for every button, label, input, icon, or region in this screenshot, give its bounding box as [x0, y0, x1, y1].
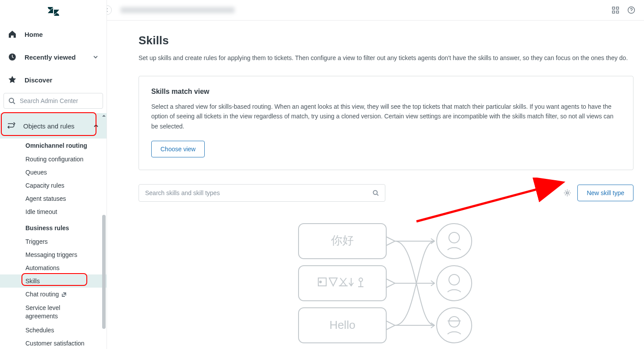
main-content: Skills Set up skills and create rules fo… — [107, 21, 644, 349]
chevron-down-icon — [93, 54, 99, 60]
new-skill-type-button[interactable]: New skill type — [577, 185, 633, 201]
nav-home-label: Home — [25, 31, 43, 38]
svg-point-16 — [449, 232, 459, 243]
nav-sla[interactable]: Service level agreements — [0, 301, 107, 324]
svg-rect-3 — [616, 11, 619, 13]
scrollbar-thumb[interactable] — [102, 215, 106, 329]
svg-text:Hello: Hello — [329, 318, 355, 331]
skills-search-input[interactable] — [145, 189, 373, 196]
svg-point-15 — [437, 224, 472, 259]
nav-idle-timeout[interactable]: Idle timeout — [0, 205, 107, 218]
svg-line-8 — [13, 102, 15, 104]
svg-point-25 — [359, 278, 363, 281]
svg-point-7 — [9, 98, 14, 103]
chevron-up-icon — [93, 123, 99, 129]
page-subtitle: Set up skills and create rules for apply… — [139, 53, 633, 63]
external-link-icon — [61, 292, 67, 297]
nav-discover[interactable]: Discover — [0, 68, 107, 91]
svg-point-24 — [320, 281, 321, 283]
svg-point-20 — [449, 317, 459, 327]
svg-rect-2 — [612, 11, 615, 13]
svg-point-11 — [566, 192, 569, 194]
card-body: Select a shared view for skills-based ro… — [151, 102, 621, 131]
home-icon — [8, 30, 17, 39]
nav-recent[interactable]: Recently viewed — [0, 46, 107, 68]
nav-schedules[interactable]: Schedules — [0, 324, 107, 337]
nav-queues[interactable]: Queues — [0, 166, 107, 179]
apps-icon[interactable] — [612, 6, 619, 14]
nav-automations[interactable]: Automations — [0, 261, 107, 274]
nav-messaging-triggers[interactable]: Messaging triggers — [0, 248, 107, 261]
nav-home[interactable]: Home — [0, 23, 107, 46]
nav-routing-config[interactable]: Routing configuration — [0, 153, 107, 166]
nav-skills[interactable]: Skills — [0, 274, 107, 288]
breadcrumb-blurred — [121, 7, 235, 13]
svg-point-5 — [631, 12, 632, 12]
section-label: Objects and rules — [23, 122, 75, 130]
page-title: Skills — [139, 34, 633, 47]
nav-agent-statuses[interactable]: Agent statuses — [0, 192, 107, 205]
nav-recent-label: Recently viewed — [25, 53, 76, 61]
nav-tree: Objects and rules Omnichannel routing Ro… — [0, 113, 107, 349]
clock-icon — [8, 53, 17, 61]
scroll-up-icon[interactable] — [101, 113, 107, 118]
sidebar: Home Recently viewed Discover Search Adm… — [0, 0, 107, 349]
choose-view-button[interactable]: Choose view — [151, 141, 205, 157]
skills-search[interactable] — [139, 184, 385, 202]
search-icon — [373, 190, 379, 196]
gear-icon[interactable] — [563, 189, 571, 197]
svg-rect-0 — [612, 7, 615, 9]
card-title: Skills match view — [151, 88, 621, 96]
routing-icon — [7, 121, 16, 131]
help-icon[interactable] — [627, 6, 635, 14]
admin-search-placeholder: Search Admin Center — [20, 97, 78, 104]
svg-rect-1 — [616, 7, 619, 9]
svg-text:你好: 你好 — [331, 234, 354, 247]
svg-point-9 — [374, 191, 377, 195]
nav-triggers[interactable]: Triggers — [0, 235, 107, 248]
empty-state-illustration: 你好 Hello — [139, 219, 633, 349]
svg-point-18 — [449, 274, 459, 285]
section-objects-and-rules[interactable]: Objects and rules — [0, 113, 107, 139]
group-business-rules: Business rules — [0, 218, 107, 235]
skills-match-card: Skills match view Select a shared view f… — [139, 76, 633, 170]
skills-toolbar: New skill type — [139, 184, 633, 202]
nav-csat[interactable]: Customer satisfaction — [0, 337, 107, 349]
svg-point-17 — [437, 266, 472, 301]
zendesk-logo[interactable] — [0, 0, 107, 23]
nav-discover-label: Discover — [25, 76, 52, 84]
nav-chat-routing[interactable]: Chat routing — [0, 288, 107, 301]
nav-capacity-rules[interactable]: Capacity rules — [0, 179, 107, 192]
svg-point-19 — [437, 308, 472, 343]
admin-search[interactable]: Search Admin Center — [4, 93, 103, 109]
svg-line-10 — [377, 194, 378, 196]
star-icon — [8, 75, 17, 84]
group-omnichannel: Omnichannel routing — [0, 139, 107, 153]
topbar — [107, 0, 644, 21]
sidebar-scrollbar[interactable] — [101, 115, 107, 349]
